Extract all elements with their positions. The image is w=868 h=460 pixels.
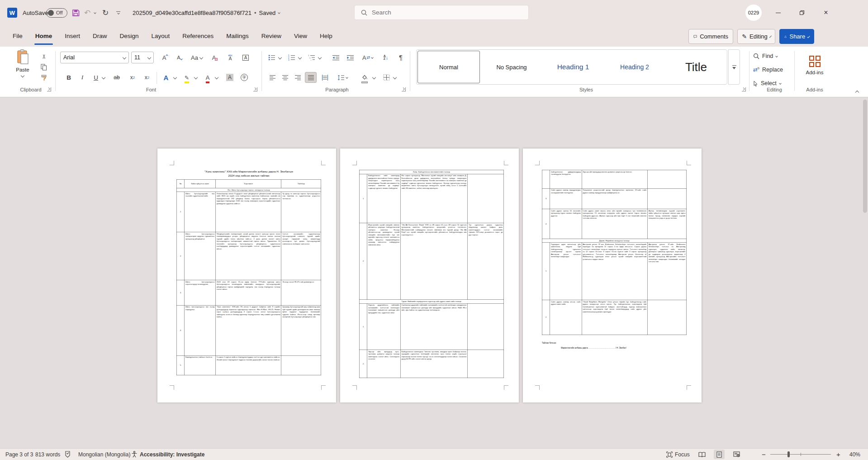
enclose-characters-button[interactable]: 字 xyxy=(239,72,250,83)
restore-button[interactable] xyxy=(792,0,812,25)
font-name-combo[interactable]: Arial xyxy=(60,52,129,63)
bullets-button[interactable] xyxy=(267,52,277,63)
style-normal[interactable]: Normal xyxy=(417,51,480,83)
bold-button[interactable]: B xyxy=(63,72,74,83)
word-count[interactable]: 813 words xyxy=(35,449,60,460)
language-indicator[interactable]: Mongolian (Mongolia) xyxy=(78,449,130,460)
tab-insert[interactable]: Insert xyxy=(58,25,86,47)
line-spacing-button[interactable] xyxy=(336,72,349,83)
find-button[interactable]: Find xyxy=(753,51,778,61)
text-effects-dropdown[interactable] xyxy=(172,72,178,83)
focus-mode-button[interactable]: Focus xyxy=(666,449,690,460)
character-border-button[interactable]: A xyxy=(240,52,251,63)
comments-button[interactable]: Comments xyxy=(688,29,733,44)
italic-button[interactable]: I xyxy=(77,72,88,83)
replace-button[interactable]: ⇄b Replace xyxy=(753,65,783,75)
tab-layout[interactable]: Layout xyxy=(145,25,176,47)
distribute-text-button[interactable] xyxy=(319,72,330,83)
font-color-dropdown[interactable] xyxy=(213,72,220,83)
character-shading-button[interactable]: A xyxy=(224,72,235,83)
close-button[interactable]: × xyxy=(816,0,836,25)
decrease-indent-button[interactable] xyxy=(330,52,341,63)
document-page-1[interactable]: "Хүнс комплекс" ХХК-ийн Маркетингийн алб… xyxy=(157,149,336,402)
editing-mode-button[interactable]: ✎ Editing xyxy=(737,29,775,44)
save-button[interactable] xyxy=(72,0,80,25)
zoom-level[interactable]: 40% xyxy=(849,449,860,460)
format-painter-button[interactable] xyxy=(38,73,50,83)
tab-file[interactable]: File xyxy=(6,25,29,47)
copy-button[interactable] xyxy=(38,62,50,72)
highlight-dropdown[interactable] xyxy=(193,72,199,83)
user-avatar-badge[interactable]: 0229 xyxy=(745,5,762,21)
tab-review[interactable]: Review xyxy=(255,25,288,47)
zoom-slider-thumb[interactable] xyxy=(787,451,790,457)
document-page-3[interactable]: байгууллагын удирдлагуудад танилцуулж ба… xyxy=(523,149,702,402)
text-effects-button[interactable]: A xyxy=(160,72,172,83)
paste-button[interactable]: Paste xyxy=(12,49,33,91)
multilevel-dropdown[interactable] xyxy=(317,52,323,63)
asian-layout-button[interactable]: A⇄ xyxy=(361,52,375,63)
tab-mailings[interactable]: Mailings xyxy=(220,25,255,47)
tab-home[interactable]: Home xyxy=(29,25,59,47)
sort-button[interactable]: AZ↓ xyxy=(380,52,392,63)
tab-draw[interactable]: Draw xyxy=(86,25,114,47)
tab-design[interactable]: Design xyxy=(114,25,145,47)
redo-button[interactable]: ↻ xyxy=(102,0,109,25)
align-right-button[interactable] xyxy=(292,72,303,83)
bullets-dropdown[interactable] xyxy=(277,52,283,63)
quick-access-more-button[interactable] xyxy=(116,0,120,25)
borders-dropdown[interactable] xyxy=(392,72,398,83)
superscript-button[interactable]: x2 xyxy=(141,72,153,83)
search-box[interactable] xyxy=(354,5,529,20)
shrink-font-button[interactable]: A xyxy=(174,52,185,63)
subscript-button[interactable]: x2 xyxy=(127,72,138,83)
search-input[interactable] xyxy=(372,9,508,16)
document-title[interactable]: 202509_d049e30caffd1e8f8ea87f905876f721 … xyxy=(133,0,280,25)
styles-gallery-more-button[interactable] xyxy=(728,49,740,85)
addins-button[interactable]: Add-ins xyxy=(802,49,828,81)
strikethrough-button[interactable]: ab xyxy=(110,72,123,83)
show-paragraph-marks-button[interactable]: ¶ xyxy=(395,52,406,63)
shading-dropdown[interactable] xyxy=(371,72,377,83)
change-case-button[interactable]: Aa xyxy=(189,52,204,63)
align-left-button[interactable] xyxy=(267,72,278,83)
underline-button[interactable]: U xyxy=(90,72,101,83)
underline-dropdown[interactable] xyxy=(100,72,107,83)
zoom-in-button[interactable]: + xyxy=(836,449,840,460)
increase-indent-button[interactable] xyxy=(345,52,356,63)
document-canvas[interactable]: "Хүнс комплекс" ХХК-ийн Маркетингийн алб… xyxy=(0,98,868,448)
paragraph-dialog-launcher[interactable] xyxy=(402,87,406,91)
styles-dialog-launcher[interactable] xyxy=(742,87,746,91)
phonetic-guide-button[interactable]: abcA xyxy=(224,52,236,63)
justify-button[interactable] xyxy=(305,72,317,83)
clear-formatting-button[interactable]: A xyxy=(209,52,221,63)
share-button[interactable]: Share xyxy=(779,29,814,44)
accessibility-status[interactable]: Accessibility: Investigate xyxy=(131,449,204,460)
word-logo[interactable]: W xyxy=(7,0,17,25)
undo-button[interactable]: ↶ xyxy=(84,0,90,25)
collapse-ribbon-button[interactable] xyxy=(856,87,859,96)
multilevel-list-button[interactable]: 1ai xyxy=(307,52,317,63)
document-page-2[interactable]: Хоёр. Байгууллагын менежментийн талаар1Б… xyxy=(340,149,519,402)
zoom-out-button[interactable]: − xyxy=(762,449,766,460)
vertical-scrollbar[interactable] xyxy=(863,100,867,213)
borders-button[interactable] xyxy=(381,72,392,83)
tab-help[interactable]: Help xyxy=(313,25,339,47)
style-title[interactable]: Title xyxy=(665,50,727,84)
grow-font-button[interactable]: A xyxy=(159,52,171,63)
tab-view[interactable]: View xyxy=(288,25,313,47)
undo-dropdown-caret[interactable] xyxy=(94,0,96,25)
proofing-status[interactable] xyxy=(65,449,71,460)
font-dialog-launcher[interactable] xyxy=(253,87,257,91)
web-layout-button[interactable] xyxy=(731,450,742,459)
numbering-button[interactable]: 123 xyxy=(287,52,297,63)
numbering-dropdown[interactable] xyxy=(297,52,303,63)
tab-references[interactable]: References xyxy=(176,25,220,47)
clipboard-dialog-launcher[interactable] xyxy=(47,87,51,91)
font-color-button[interactable]: A xyxy=(202,72,213,83)
print-layout-button[interactable] xyxy=(714,450,725,459)
minimize-button[interactable] xyxy=(768,0,788,25)
style-heading1[interactable]: Heading 1 xyxy=(542,50,604,84)
cut-button[interactable]: ✂ xyxy=(38,51,50,61)
font-size-combo[interactable]: 11 xyxy=(131,52,154,63)
